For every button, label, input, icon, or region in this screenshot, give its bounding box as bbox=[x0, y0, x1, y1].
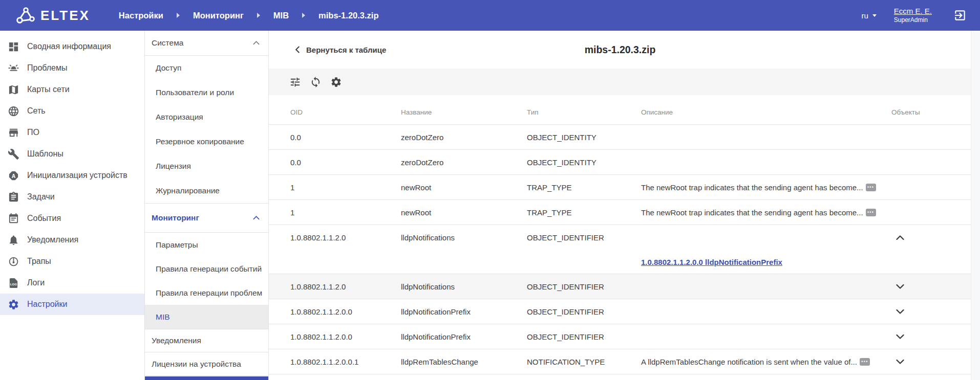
breadcrumb-arrow-icon bbox=[257, 13, 260, 18]
cell-type: TRAP_TYPE bbox=[527, 183, 641, 192]
cell-name: lldpNotificationPrefix bbox=[401, 332, 527, 341]
settings-submenu: Система Доступ Пользователи и роли Автор… bbox=[144, 31, 269, 380]
user-name-link[interactable]: Eccm E. E. bbox=[894, 6, 932, 16]
breadcrumb-current-file[interactable]: mibs-1.20.3.zip bbox=[318, 11, 378, 20]
child-oid-link[interactable]: 1.0.8802.1.1.2.0.0 lldpNotificationPrefi… bbox=[641, 258, 782, 266]
column-header-oid: OID bbox=[290, 108, 401, 116]
sidebar-item-label: Проблемы bbox=[27, 63, 67, 73]
breadcrumb-mib[interactable]: MIB bbox=[273, 11, 289, 20]
description-text: A lldpRemTablesChange notification is se… bbox=[641, 357, 857, 366]
sidebar-item-network[interactable]: Сеть bbox=[0, 100, 144, 122]
submenu-item-license[interactable]: Лицензия bbox=[145, 154, 268, 178]
expand-row-button[interactable] bbox=[894, 355, 906, 368]
chevron-down-icon bbox=[896, 284, 904, 289]
breadcrumb: Настройки Мониторинг MIB mibs-1.20.3.zip bbox=[119, 11, 379, 20]
sidebar-item-label: ПО bbox=[27, 128, 39, 137]
sidebar-item-notifications[interactable]: Уведомления bbox=[0, 229, 144, 251]
submenu-item-mib[interactable]: MIB bbox=[145, 305, 268, 329]
expand-description-button[interactable]: ••• bbox=[866, 184, 876, 191]
submenu-item-notifications[interactable]: Уведомления bbox=[145, 329, 268, 352]
cell-name: zeroDotZero bbox=[401, 133, 527, 142]
user-menu[interactable]: Eccm E. E. SuperAdmin bbox=[894, 6, 932, 24]
breadcrumb-monitoring[interactable]: Мониторинг bbox=[193, 11, 244, 20]
sidebar-item-tasks[interactable]: Задачи bbox=[0, 186, 144, 208]
table-settings-button[interactable] bbox=[330, 76, 342, 88]
cell-type: OBJECT_IDENTITY bbox=[527, 158, 641, 167]
eltex-logo[interactable]: ELTEX bbox=[15, 6, 90, 25]
submenu-item-users-roles[interactable]: Пользователи и роли bbox=[145, 80, 268, 105]
sidebar-item-templates[interactable]: Шаблоны bbox=[0, 143, 144, 165]
cell-name: newRoot bbox=[401, 183, 527, 192]
submenu-section-system[interactable]: Система bbox=[145, 31, 268, 56]
expand-description-button[interactable]: ••• bbox=[860, 358, 870, 366]
init-badge-icon: A bbox=[8, 170, 19, 182]
vertical-scrollbar[interactable] bbox=[971, 31, 980, 380]
breadcrumb-arrow-icon bbox=[302, 13, 305, 18]
submenu-section-monitoring[interactable]: Мониторинг bbox=[145, 203, 268, 233]
logout-button[interactable] bbox=[953, 9, 967, 22]
submenu-item-backup[interactable]: Резервное копирование bbox=[145, 129, 268, 154]
chevron-down-icon bbox=[872, 14, 877, 17]
sidebar-item-label: Инициализация устройств bbox=[27, 171, 127, 180]
sidebar-item-label: Шаблоны bbox=[27, 149, 63, 159]
breadcrumb-arrow-icon bbox=[177, 13, 180, 18]
refresh-icon bbox=[310, 76, 322, 88]
sidebar-item-summary[interactable]: Сводная информация bbox=[0, 36, 144, 57]
sidebar-item-settings[interactable]: Настройки bbox=[0, 294, 144, 315]
collapse-row-button[interactable] bbox=[894, 231, 906, 243]
chevron-up-icon bbox=[896, 235, 904, 240]
sidebar-item-events[interactable]: События bbox=[0, 208, 144, 229]
submenu-item-parameters[interactable]: Параметры bbox=[145, 233, 268, 257]
sidebar-item-network-maps[interactable]: Карты сети bbox=[0, 79, 144, 100]
back-to-table-button[interactable]: Вернуться к таблице bbox=[291, 45, 389, 55]
alarm-lamp-icon bbox=[8, 62, 19, 74]
filter-icon bbox=[289, 76, 301, 88]
cell-oid: 1.0.8802.1.1.2.0.0 bbox=[290, 332, 401, 341]
sidebar-item-logs[interactable]: LOG Логи bbox=[0, 272, 144, 294]
language-selector[interactable]: ru bbox=[861, 11, 876, 20]
expand-row-button[interactable] bbox=[894, 305, 906, 318]
expand-description-button[interactable]: ••• bbox=[866, 209, 876, 216]
submenu-item-label: MIB bbox=[156, 312, 170, 322]
dashboard-icon bbox=[8, 41, 19, 53]
logout-icon bbox=[953, 9, 967, 22]
submenu-item-logging[interactable]: Журналирование bbox=[145, 178, 268, 203]
submenu-item-problem-rules[interactable]: Правила генерации проблем bbox=[145, 281, 268, 305]
submenu-item-device-licenses[interactable]: Лицензии на устройства bbox=[145, 352, 268, 376]
eccm-app: ELTEX Настройки Мониторинг MIB mibs-1.20… bbox=[0, 0, 980, 380]
back-to-table-label: Вернуться к таблице bbox=[306, 46, 386, 54]
filter-button[interactable] bbox=[289, 76, 301, 88]
table-row: 0.0 zeroDotZero OBJECT_IDENTITY bbox=[269, 125, 971, 150]
cell-type: OBJECT_IDENTIFIER bbox=[527, 282, 641, 291]
submenu-item-authorization[interactable]: Авторизация bbox=[145, 105, 268, 129]
cell-type: TRAP_TYPE bbox=[527, 208, 641, 217]
table-row: 1 newRoot TRAP_TYPE The newRoot trap ind… bbox=[269, 200, 971, 225]
refresh-button[interactable] bbox=[310, 76, 322, 88]
table-toolbar bbox=[269, 69, 971, 95]
submenu-section-label: Мониторинг bbox=[152, 213, 199, 222]
submenu-item-event-rules[interactable]: Правила генерации событий bbox=[145, 257, 268, 281]
sidebar-item-device-init[interactable]: A Инициализация устройств bbox=[0, 165, 144, 186]
cell-type: OBJECT_IDENTIFIER bbox=[527, 332, 641, 341]
submenu-item-label: Правила генерации событий bbox=[156, 264, 262, 274]
expand-row-button[interactable] bbox=[894, 330, 906, 343]
description-text: The newRoot trap indicates that the send… bbox=[641, 183, 863, 192]
submenu-item-access[interactable]: Доступ bbox=[145, 56, 268, 80]
cell-description: A lldpRemTablesChange notification is se… bbox=[641, 357, 891, 366]
main-content: Вернуться к таблице mibs-1.20.3.zip OID … bbox=[269, 31, 980, 380]
sidebar-item-problems[interactable]: Проблемы bbox=[0, 57, 144, 79]
sidebar-item-software[interactable]: ПО bbox=[0, 122, 144, 143]
language-value: ru bbox=[861, 11, 868, 20]
cell-oid: 1.0.8802.1.1.2.0.0 bbox=[290, 307, 401, 316]
cell-oid: 1.0.8802.1.1.2.0 bbox=[290, 282, 401, 291]
expand-row-button[interactable] bbox=[894, 280, 906, 293]
submenu-item-label: Лицензии на устройства bbox=[152, 360, 241, 369]
submenu-item-label: Резервное копирование bbox=[156, 137, 244, 146]
breadcrumb-settings[interactable]: Настройки bbox=[119, 11, 163, 20]
cell-type: OBJECT_IDENTITY bbox=[527, 133, 641, 142]
sidebar-item-traps[interactable]: Трапы bbox=[0, 251, 144, 272]
sidebar-item-label: Настройки bbox=[27, 300, 67, 309]
table-row: 1.0.8802.1.1.2.0 lldpNotifications OBJEC… bbox=[269, 274, 971, 299]
submenu-next-section-strip bbox=[145, 376, 268, 380]
ellipsis-icon: ••• bbox=[867, 210, 874, 215]
